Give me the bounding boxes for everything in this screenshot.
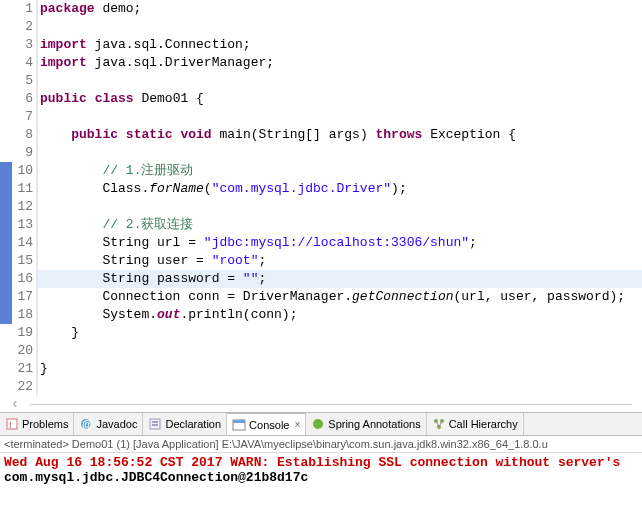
tab-problems[interactable]: ! Problems — [0, 413, 74, 435]
close-icon[interactable]: × — [294, 419, 300, 430]
fold-indicator: ‹ — [0, 396, 642, 412]
line-number: 4 — [12, 54, 33, 72]
tab-declaration[interactable]: Declaration — [143, 413, 227, 435]
change-marker — [0, 126, 12, 144]
svg-text:!: ! — [9, 420, 12, 430]
code-line[interactable] — [38, 378, 642, 396]
tab-call-hierarchy[interactable]: Call Hierarchy — [427, 413, 524, 435]
change-marker — [0, 18, 12, 36]
svg-rect-4 — [150, 419, 160, 429]
change-marker — [0, 162, 12, 180]
line-number: 7 — [12, 108, 33, 126]
line-number: 14 — [12, 234, 33, 252]
change-marker — [0, 342, 12, 360]
line-number: 15 — [12, 252, 33, 270]
line-number: 1 — [12, 0, 33, 18]
tab-label: Spring Annotations — [328, 418, 420, 430]
line-number: 3 — [12, 36, 33, 54]
tab-console[interactable]: Console × — [227, 413, 306, 435]
code-line[interactable]: } — [38, 324, 642, 342]
line-number: 16 — [12, 270, 33, 288]
code-line[interactable] — [38, 144, 642, 162]
code-line[interactable]: String user = "root"; — [38, 252, 642, 270]
change-marker — [0, 36, 12, 54]
change-marker — [0, 360, 12, 378]
code-line[interactable]: String url = "jdbc:mysql://localhost:330… — [38, 234, 642, 252]
line-number: 19 — [12, 324, 33, 342]
change-marker — [0, 54, 12, 72]
change-marker — [0, 180, 12, 198]
tab-javadoc[interactable]: @ Javadoc — [74, 413, 143, 435]
code-line[interactable] — [38, 72, 642, 90]
console-line: com.mysql.jdbc.JDBC4Connection@21b8d17c — [4, 470, 638, 485]
call-hierarchy-icon — [432, 417, 446, 431]
code-line[interactable] — [38, 108, 642, 126]
tab-spring-annotations[interactable]: Spring Annotations — [306, 413, 426, 435]
line-number: 13 — [12, 216, 33, 234]
change-marker — [0, 90, 12, 108]
line-number: 5 — [12, 72, 33, 90]
code-line[interactable] — [38, 18, 642, 36]
code-line[interactable]: Connection conn = DriverManager.getConne… — [38, 288, 642, 306]
code-line[interactable]: // 2.获取连接 — [38, 216, 642, 234]
change-marker — [0, 0, 12, 18]
problems-icon: ! — [5, 417, 19, 431]
change-marker — [0, 144, 12, 162]
console-icon — [232, 418, 246, 432]
code-line[interactable]: public class Demo01 { — [38, 90, 642, 108]
change-marker-column — [0, 0, 12, 396]
line-number: 2 — [12, 18, 33, 36]
change-marker — [0, 306, 12, 324]
line-number-gutter: 12345678910111213141516171819202122 — [12, 0, 38, 396]
line-number: 18 — [12, 306, 33, 324]
line-number: 9 — [12, 144, 33, 162]
javadoc-icon: @ — [79, 417, 93, 431]
tab-label: Call Hierarchy — [449, 418, 518, 430]
code-line[interactable]: package demo; — [38, 0, 642, 18]
change-marker — [0, 378, 12, 396]
spring-icon — [311, 417, 325, 431]
line-number: 22 — [12, 378, 33, 396]
line-number: 12 — [12, 198, 33, 216]
change-marker — [0, 198, 12, 216]
line-number: 20 — [12, 342, 33, 360]
line-number: 17 — [12, 288, 33, 306]
code-line[interactable]: System.out.println(conn); — [38, 306, 642, 324]
change-marker — [0, 252, 12, 270]
line-number: 21 — [12, 360, 33, 378]
code-line[interactable]: public static void main(String[] args) t… — [38, 126, 642, 144]
change-marker — [0, 72, 12, 90]
code-line[interactable]: import java.sql.DriverManager; — [38, 54, 642, 72]
change-marker — [0, 270, 12, 288]
console-process-header: <terminated> Demo01 (1) [Java Applicatio… — [0, 436, 642, 453]
code-line[interactable]: } — [38, 360, 642, 378]
change-marker — [0, 216, 12, 234]
declaration-icon — [148, 417, 162, 431]
code-line[interactable]: Class.forName("com.mysql.jdbc.Driver"); — [38, 180, 642, 198]
views-tabbar: ! Problems @ Javadoc Declaration Console… — [0, 412, 642, 436]
svg-rect-8 — [233, 420, 245, 423]
svg-text:@: @ — [82, 419, 92, 430]
change-marker — [0, 108, 12, 126]
chevron-left-icon[interactable]: ‹ — [0, 397, 30, 411]
tab-label: Console — [249, 419, 289, 431]
change-marker — [0, 324, 12, 342]
code-line[interactable]: import java.sql.Connection; — [38, 36, 642, 54]
tab-label: Declaration — [165, 418, 221, 430]
code-editor[interactable]: 12345678910111213141516171819202122 pack… — [0, 0, 642, 396]
code-line[interactable]: String password = ""; — [38, 270, 642, 288]
code-line[interactable] — [38, 342, 642, 360]
change-marker — [0, 234, 12, 252]
tab-label: Javadoc — [96, 418, 137, 430]
console-line: Wed Aug 16 18:56:52 CST 2017 WARN: Estab… — [4, 455, 638, 470]
line-number: 8 — [12, 126, 33, 144]
code-area[interactable]: package demo;import java.sql.Connection;… — [38, 0, 642, 396]
console-output[interactable]: Wed Aug 16 18:56:52 CST 2017 WARN: Estab… — [0, 453, 642, 487]
line-number: 11 — [12, 180, 33, 198]
change-marker — [0, 288, 12, 306]
code-line[interactable]: // 1.注册驱动 — [38, 162, 642, 180]
svg-point-9 — [313, 419, 323, 429]
code-line[interactable] — [38, 198, 642, 216]
line-number: 10 — [12, 162, 33, 180]
tab-label: Problems — [22, 418, 68, 430]
